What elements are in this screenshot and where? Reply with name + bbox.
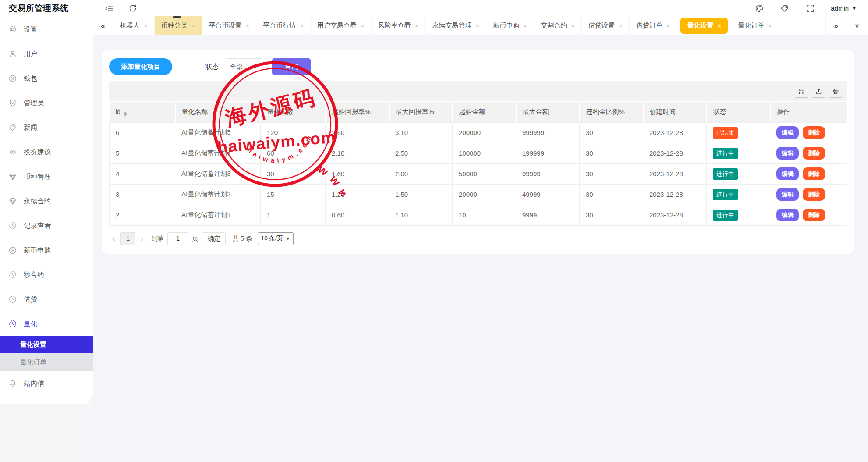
sidebar-item-用户[interactable]: 用户 <box>0 42 93 66</box>
close-icon[interactable]: × <box>415 22 419 29</box>
cell-max-rate: 3.10 <box>389 122 453 143</box>
close-icon[interactable]: × <box>571 22 575 29</box>
tab-交割合约[interactable]: 交割合约× <box>534 16 582 35</box>
sidebar: 设置用户$钱包管理员新闻投拆建议币种管理永续合约记录查看$新币申购秒合约借贷量化… <box>0 16 93 404</box>
page-size-value: 10 条/页 <box>261 235 283 242</box>
tab-机器人[interactable]: 机器人× <box>113 16 155 35</box>
close-icon[interactable]: × <box>246 22 250 29</box>
close-icon[interactable]: × <box>768 22 772 29</box>
export-icon[interactable] <box>812 85 825 98</box>
bell-icon <box>8 379 17 388</box>
tab-币种分类[interactable]: 币种分类× <box>155 16 202 35</box>
edit-button[interactable]: 编辑 <box>776 167 799 180</box>
tabs-scroll-right-icon[interactable]: » <box>825 16 846 35</box>
toolbar: 添加量化项目 状态 全部 ▼ 查询 <box>109 57 847 76</box>
close-icon[interactable]: × <box>666 22 670 29</box>
cell-max-amount: 999999 <box>516 122 580 143</box>
status-filter-select[interactable]: 全部 ▼ <box>225 58 262 75</box>
sidebar-subitem-量化设置[interactable]: 量化设置 <box>0 336 93 353</box>
delete-button[interactable]: 删除 <box>803 167 825 180</box>
edit-button[interactable]: 编辑 <box>776 188 799 201</box>
tab-永续交易管理[interactable]: 永续交易管理× <box>426 16 487 35</box>
tab-平台币设置[interactable]: 平台币设置× <box>202 16 257 35</box>
edit-button[interactable]: 编辑 <box>776 126 799 139</box>
tab-新币申购[interactable]: 新币申购× <box>486 16 534 35</box>
sidebar-item-秒合约[interactable]: 秒合约 <box>0 263 93 287</box>
cell-days: 60 <box>261 143 326 163</box>
tab-量化设置[interactable]: 量化设置× <box>680 18 728 34</box>
filter-columns-icon[interactable] <box>795 85 808 98</box>
close-icon[interactable]: × <box>144 22 148 29</box>
tab-风险率查看[interactable]: 风险率查看× <box>372 16 426 35</box>
quant-table: id量化名称量化天数起始回报率%最大回报率%起始金额最大金额违约金比例%创建时间… <box>109 102 847 226</box>
gem-icon <box>8 197 17 206</box>
table-row: 2AI量化储蓄计划110.601.10109999302023-12-28进行中… <box>110 205 847 225</box>
page-next-icon[interactable]: › <box>141 234 143 243</box>
fullscreen-icon[interactable] <box>805 4 815 13</box>
close-icon[interactable]: × <box>717 22 721 29</box>
delete-button[interactable]: 删除 <box>803 209 825 221</box>
tabs-more-icon[interactable]: ∨ <box>846 16 868 35</box>
cell-name: AI量化储蓄计划3 <box>175 163 261 184</box>
close-icon[interactable]: × <box>476 22 480 29</box>
refresh-icon[interactable] <box>128 4 138 13</box>
close-icon[interactable]: × <box>191 22 195 29</box>
cell-created: 2023-12-28 <box>643 184 707 205</box>
sidebar-item-永续合约[interactable]: 永续合约 <box>0 189 93 213</box>
sidebar-item-量化[interactable]: 量化 <box>0 312 93 336</box>
page-size-select[interactable]: 10 条/页 ▼ <box>258 232 294 245</box>
page-number-button[interactable]: 1 <box>120 232 135 245</box>
tabs-scroll-left-icon[interactable]: « <box>93 16 113 35</box>
tab-label: 平台币行情 <box>263 21 296 30</box>
edit-button[interactable]: 编辑 <box>776 209 799 221</box>
sidebar-item-管理员[interactable]: 管理员 <box>0 91 93 115</box>
goto-page-input[interactable] <box>167 232 188 245</box>
close-icon[interactable]: × <box>523 22 527 29</box>
close-icon[interactable]: × <box>361 22 365 29</box>
cell-created: 2023-12-28 <box>643 122 707 143</box>
tab-label: 借贷订单 <box>636 21 663 30</box>
sidebar-item-label: 新币申购 <box>24 246 51 255</box>
sidebar-item-钱包[interactable]: $钱包 <box>0 66 93 91</box>
tab-借贷订单[interactable]: 借贷订单× <box>630 16 677 35</box>
column-header-起始金额: 起始金额 <box>453 102 516 122</box>
column-header-label: 量化名称 <box>182 108 208 115</box>
add-quant-project-button[interactable]: 添加量化项目 <box>109 58 172 75</box>
tab-借贷设置[interactable]: 借贷设置× <box>582 16 630 35</box>
sort-icon[interactable] <box>124 111 127 117</box>
sidebar-item-新币申购[interactable]: $新币申购 <box>0 238 93 263</box>
goto-confirm-button[interactable]: 确定 <box>203 232 226 245</box>
column-header-label: 量化天数 <box>267 108 294 115</box>
sidebar-item-新闻[interactable]: 新闻 <box>0 115 93 140</box>
print-icon[interactable] <box>829 85 842 98</box>
sidebar-item-借贷[interactable]: 借贷 <box>0 287 93 312</box>
palette-icon[interactable] <box>755 4 764 13</box>
cell-penalty: 30 <box>580 163 643 184</box>
sidebar-item-站内信[interactable]: 站内信 <box>0 371 93 396</box>
gear-icon <box>8 25 17 34</box>
sidebar-item-设置[interactable]: 设置 <box>0 17 93 42</box>
sidebar-item-记录查看[interactable]: 记录查看 <box>0 213 93 238</box>
user-menu[interactable]: admin ▼ <box>831 4 857 12</box>
search-button[interactable]: 查询 <box>272 58 311 75</box>
page-prev-icon[interactable]: ‹ <box>113 234 115 243</box>
status-badge: 进行中 <box>713 168 738 180</box>
tag-icon[interactable] <box>780 4 790 13</box>
cell-created: 2023-12-28 <box>643 205 707 225</box>
delete-button[interactable]: 删除 <box>803 126 825 139</box>
collapse-menu-icon[interactable] <box>104 4 114 13</box>
tab-平台币行情[interactable]: 平台币行情× <box>256 16 311 35</box>
sidebar-item-投拆建议[interactable]: 投拆建议 <box>0 140 93 164</box>
column-header-起始回报率%: 起始回报率% <box>326 102 389 122</box>
sidebar-item-label: 投拆建议 <box>24 148 51 157</box>
close-icon[interactable]: × <box>619 22 623 29</box>
tab-用户交易查看[interactable]: 用户交易查看× <box>311 16 372 35</box>
sidebar-item-币种管理[interactable]: 币种管理 <box>0 164 93 189</box>
close-icon[interactable]: × <box>300 22 304 29</box>
delete-button[interactable]: 删除 <box>803 188 825 201</box>
sidebar-subitem-量化订单[interactable]: 量化订单 <box>0 353 93 371</box>
wallet-icon: $ <box>8 246 17 255</box>
edit-button[interactable]: 编辑 <box>776 147 799 160</box>
delete-button[interactable]: 删除 <box>803 147 825 160</box>
tab-量化订单[interactable]: 量化订单× <box>731 16 779 35</box>
